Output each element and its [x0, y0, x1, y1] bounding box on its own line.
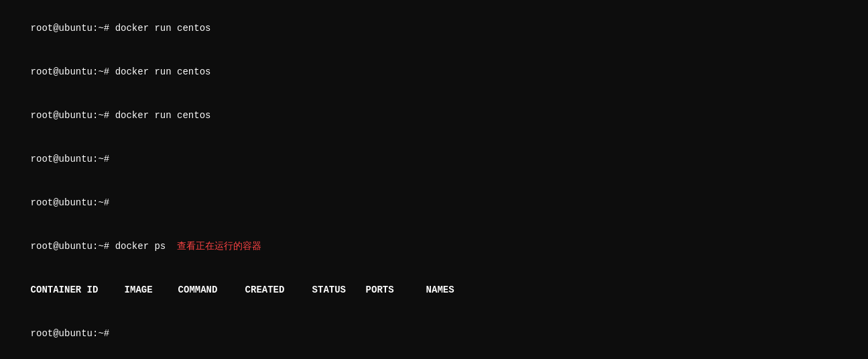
prompt-3: root@ubuntu:~# — [31, 110, 115, 121]
header-names: NAMES — [426, 283, 493, 298]
line-1: root@ubuntu:~# docker run centos — [8, 7, 860, 50]
cmd-2: docker run centos — [115, 66, 211, 77]
line-5: root@ubuntu:~# — [8, 181, 860, 225]
header-command: COMMAND — [178, 283, 245, 298]
header-image: IMAGE — [125, 283, 178, 298]
annotation-1: 查看正在运行的容器 — [166, 241, 261, 252]
line-6: root@ubuntu:~# docker ps 查看正在运行的容器 — [8, 225, 860, 268]
header-ports: PORTS — [366, 283, 426, 298]
prompt-2: root@ubuntu:~# — [31, 66, 115, 77]
prompt-5: root@ubuntu:~# — [31, 197, 110, 208]
cmd-6: docker ps — [115, 241, 166, 252]
line-7: root@ubuntu:~# — [8, 312, 860, 356]
terminal-window: root@ubuntu:~# docker run centos root@ub… — [8, 7, 860, 359]
prompt-6: root@ubuntu:~# — [31, 241, 115, 252]
header-status: STATUS — [312, 283, 366, 298]
prompt-1: root@ubuntu:~# — [31, 23, 115, 34]
header-container-id: CONTAINER ID — [31, 283, 125, 298]
header-created: CREATED — [245, 283, 312, 298]
prompt-4: root@ubuntu:~# — [31, 154, 110, 164]
cmd-1: docker run centos — [115, 23, 211, 34]
cmd-3: docker run centos — [115, 110, 211, 121]
header-small: CONTAINER IDIMAGECOMMANDCREATEDSTATUSPOR… — [8, 268, 860, 312]
prompt-7: root@ubuntu:~# — [31, 328, 110, 339]
line-3: root@ubuntu:~# docker run centos — [8, 94, 860, 138]
line-4: root@ubuntu:~# — [8, 138, 860, 181]
line-8: root@ubuntu:~# — [8, 356, 860, 360]
line-2: root@ubuntu:~# docker run centos — [8, 50, 860, 94]
